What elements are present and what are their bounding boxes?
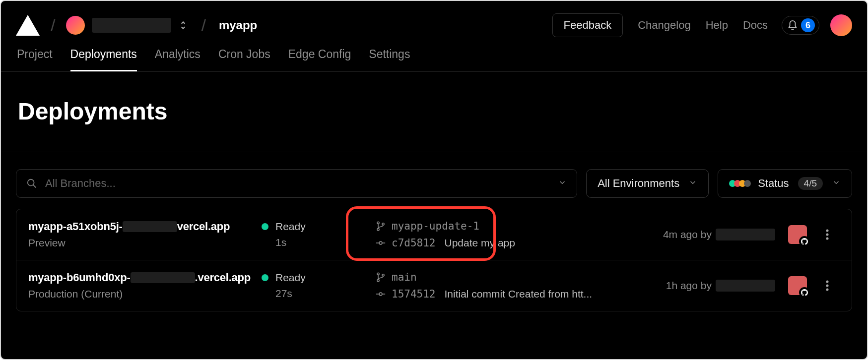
author-avatar-cell bbox=[780, 225, 815, 244]
svg-point-12 bbox=[826, 281, 829, 283]
deployment-status: Ready bbox=[275, 272, 306, 284]
author-avatar[interactable] bbox=[788, 276, 807, 295]
deployment-url-prefix: myapp-a51xobn5j- bbox=[28, 220, 123, 233]
tab-analytics[interactable]: Analytics bbox=[155, 48, 200, 71]
deployment-actions-menu[interactable] bbox=[815, 229, 840, 240]
deployment-branch: main bbox=[392, 271, 417, 283]
tab-edge-config[interactable]: Edge Config bbox=[288, 48, 351, 71]
svg-point-7 bbox=[826, 238, 829, 240]
top-header: / / myapp Feedback Changelog Help Docs 6 bbox=[1, 1, 867, 40]
deployment-status-cell: Ready 27s bbox=[262, 272, 376, 300]
deployment-duration: 27s bbox=[275, 288, 376, 300]
changelog-link[interactable]: Changelog bbox=[638, 19, 690, 32]
deployment-environment: Production (Current) bbox=[28, 288, 262, 300]
svg-point-6 bbox=[826, 234, 829, 236]
breadcrumb-slash-icon: / bbox=[201, 16, 205, 35]
tab-settings[interactable]: Settings bbox=[369, 48, 410, 71]
svg-point-11 bbox=[379, 293, 382, 296]
scope-switcher-button[interactable] bbox=[176, 16, 190, 35]
team-avatar-icon bbox=[66, 16, 85, 35]
svg-point-5 bbox=[826, 230, 829, 232]
svg-point-13 bbox=[826, 285, 829, 287]
svg-point-1 bbox=[377, 222, 379, 224]
author-redacted bbox=[716, 280, 775, 292]
deployment-row[interactable]: myapp-a51xobn5j- vercel.app Preview Read… bbox=[16, 209, 852, 260]
github-icon bbox=[799, 287, 810, 298]
status-filter-count: 4/5 bbox=[798, 177, 823, 190]
svg-point-0 bbox=[28, 180, 34, 186]
deployment-time-ago: 1h ago by bbox=[666, 280, 712, 292]
svg-point-4 bbox=[379, 241, 382, 244]
status-filter-label: Status bbox=[758, 177, 789, 190]
svg-point-10 bbox=[377, 280, 379, 282]
status-ready-icon bbox=[262, 223, 268, 230]
deployment-branch-cell: main 1574512 Initial commit Created from… bbox=[376, 271, 609, 300]
status-dots-icon bbox=[729, 180, 749, 187]
team-scope[interactable] bbox=[66, 16, 171, 35]
deployment-status-cell: Ready 1s bbox=[262, 221, 376, 248]
team-name-redacted bbox=[92, 18, 171, 33]
author-avatar-cell bbox=[780, 276, 815, 295]
search-icon bbox=[26, 178, 37, 189]
tab-cron-jobs[interactable]: Cron Jobs bbox=[218, 48, 270, 71]
environment-filter-label: All Environments bbox=[598, 177, 679, 190]
docs-link[interactable]: Docs bbox=[743, 19, 768, 32]
svg-point-3 bbox=[377, 229, 379, 231]
url-redacted bbox=[131, 272, 195, 283]
deployment-url-suffix: vercel.app bbox=[177, 220, 230, 233]
deployment-row[interactable]: myapp-b6umhd0xp- .vercel.app Production … bbox=[16, 260, 852, 311]
help-link[interactable]: Help bbox=[706, 19, 728, 32]
notification-count-badge: 6 bbox=[801, 18, 815, 32]
deployment-url-prefix: myapp-b6umhd0xp- bbox=[28, 271, 131, 284]
chevron-down-icon bbox=[558, 178, 567, 189]
deployment-branch: myapp-update-1 bbox=[392, 220, 479, 232]
deployment-commit-sha: 1574512 bbox=[392, 288, 436, 300]
user-avatar[interactable] bbox=[830, 14, 852, 36]
filters-row: All Environments Status 4/5 bbox=[1, 152, 867, 198]
status-ready-icon bbox=[262, 274, 268, 281]
deployment-url-cell: myapp-a51xobn5j- vercel.app Preview bbox=[28, 220, 262, 249]
git-branch-icon bbox=[376, 272, 386, 282]
svg-point-8 bbox=[377, 273, 379, 275]
deployment-url-cell: myapp-b6umhd0xp- .vercel.app Production … bbox=[28, 271, 262, 300]
author-redacted bbox=[716, 229, 775, 240]
deployment-environment: Preview bbox=[28, 237, 262, 249]
breadcrumb-slash-icon: / bbox=[51, 16, 55, 35]
notifications-button[interactable]: 6 bbox=[782, 16, 819, 35]
git-branch-icon bbox=[376, 221, 386, 231]
deployment-status: Ready bbox=[275, 221, 306, 233]
environment-filter[interactable]: All Environments bbox=[586, 169, 709, 198]
deployment-time-ago: 4m ago by bbox=[663, 229, 712, 240]
svg-point-2 bbox=[382, 223, 384, 225]
deployment-commit-sha: c7d5812 bbox=[392, 237, 436, 249]
page-title: Deployments bbox=[1, 72, 867, 152]
url-redacted bbox=[123, 221, 177, 232]
project-name[interactable]: myapp bbox=[219, 18, 257, 32]
chevron-down-icon bbox=[688, 177, 697, 190]
deployment-commit-message: Update my app bbox=[445, 237, 515, 249]
github-icon bbox=[799, 236, 810, 247]
branch-search-input[interactable] bbox=[45, 177, 558, 190]
svg-point-14 bbox=[826, 289, 829, 291]
project-subnav: Project Deployments Analytics Cron Jobs … bbox=[1, 40, 867, 72]
chevron-down-icon bbox=[832, 177, 841, 190]
svg-point-9 bbox=[382, 274, 384, 276]
feedback-button[interactable]: Feedback bbox=[552, 13, 623, 37]
tab-deployments[interactable]: Deployments bbox=[70, 48, 137, 71]
deployment-meta-cell: 4m ago by bbox=[609, 229, 780, 240]
deployment-meta-cell: 1h ago by bbox=[609, 280, 780, 292]
branch-filter[interactable] bbox=[16, 169, 577, 198]
bell-icon bbox=[787, 20, 798, 31]
deployment-duration: 1s bbox=[275, 237, 376, 248]
tab-project[interactable]: Project bbox=[17, 48, 53, 71]
status-filter[interactable]: Status 4/5 bbox=[718, 169, 852, 198]
more-vertical-icon bbox=[826, 229, 829, 240]
deployment-actions-menu[interactable] bbox=[815, 280, 840, 292]
deployment-url-suffix: .vercel.app bbox=[195, 271, 251, 284]
deployment-branch-cell: myapp-update-1 c7d5812 Update my app bbox=[376, 220, 609, 249]
git-commit-icon bbox=[376, 238, 386, 248]
deployments-list: myapp-a51xobn5j- vercel.app Preview Read… bbox=[16, 209, 852, 311]
git-commit-icon bbox=[376, 289, 386, 299]
author-avatar[interactable] bbox=[788, 225, 807, 244]
vercel-logo-icon[interactable] bbox=[16, 15, 40, 36]
